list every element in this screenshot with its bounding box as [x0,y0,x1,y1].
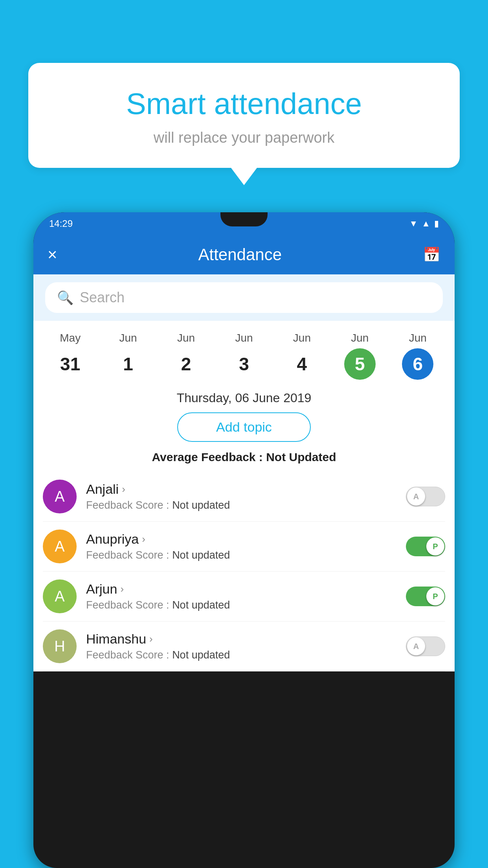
student-item[interactable]: AAnjali ›Feedback Score : Not updatedA [43,472,445,522]
calendar-day[interactable]: Jun5 [344,332,376,380]
toggle-knob: A [407,637,425,655]
chevron-icon: › [122,483,125,495]
cal-month-label: Jun [293,332,311,344]
student-info: Arjun ›Feedback Score : Not updated [86,581,396,611]
student-list: AAnjali ›Feedback Score : Not updatedAAA… [33,472,455,671]
avg-feedback-label: Average Feedback : [152,451,266,463]
cal-day-num[interactable]: 6 [402,348,433,380]
toggle-wrap[interactable]: P [406,587,445,606]
feedback-value: Not updated [172,499,230,511]
cal-day-num[interactable]: 5 [344,348,376,380]
feedback-value: Not updated [172,599,230,611]
student-feedback: Feedback Score : Not updated [86,649,396,661]
search-bar[interactable]: 🔍 Search [45,282,443,313]
attendance-toggle[interactable]: A [406,487,445,506]
calendar-day[interactable]: Jun3 [228,332,260,380]
chevron-icon: › [120,583,124,595]
cal-month-label: Jun [351,332,369,344]
student-name: Himanshu › [86,631,396,647]
close-button[interactable]: × [48,246,57,263]
cal-day-num[interactable]: 31 [55,348,86,380]
avatar: A [43,579,77,613]
app-bar-title: Attendance [198,245,282,264]
search-icon: 🔍 [57,290,73,305]
speech-bubble: Smart attendance will replace your paper… [28,63,460,168]
toggle-wrap[interactable]: A [406,487,445,506]
avatar: H [43,629,77,663]
student-name: Anupriya › [86,531,396,547]
student-item[interactable]: AAnupriya ›Feedback Score : Not updatedP [43,522,445,572]
toggle-wrap[interactable]: P [406,537,445,556]
cal-month-label: Jun [409,332,427,344]
add-topic-button[interactable]: Add topic [177,412,311,442]
calendar-icon[interactable]: 📅 [423,246,440,263]
cal-month-label: Jun [119,332,137,344]
cal-month-label: Jun [235,332,253,344]
cal-day-num[interactable]: 1 [112,348,144,380]
phone-frame: 14:29 ▼ ▲ ▮ × Attendance 📅 🔍 Search May3… [33,212,455,868]
student-item[interactable]: AArjun ›Feedback Score : Not updatedP [43,572,445,622]
calendar-day[interactable]: Jun4 [286,332,317,380]
attendance-toggle[interactable]: P [406,537,445,556]
student-name: Anjali › [86,482,396,497]
toggle-knob: A [407,487,425,506]
cal-day-num[interactable]: 4 [286,348,317,380]
student-feedback: Feedback Score : Not updated [86,599,396,611]
feedback-value: Not updated [172,549,230,561]
speech-bubble-subtitle: will replace your paperwork [52,129,436,146]
status-time: 14:29 [49,218,73,229]
toggle-wrap[interactable]: A [406,636,445,656]
cal-day-num[interactable]: 2 [171,348,202,380]
calendar-day[interactable]: Jun1 [112,332,144,380]
student-item[interactable]: HHimanshu ›Feedback Score : Not updatedA [43,622,445,671]
selected-date: Thursday, 06 June 2019 [33,380,455,412]
chevron-icon: › [149,633,153,645]
cal-month-label: May [60,332,81,344]
student-feedback: Feedback Score : Not updated [86,549,396,561]
cal-day-num[interactable]: 3 [228,348,260,380]
toggle-knob: P [426,537,444,555]
speech-bubble-title: Smart attendance [52,86,436,121]
notch [220,212,268,226]
student-feedback: Feedback Score : Not updated [86,499,396,511]
calendar-day[interactable]: May31 [55,332,86,380]
battery-icon: ▮ [434,219,439,229]
student-name: Arjun › [86,581,396,597]
search-placeholder: Search [80,289,125,306]
attendance-toggle[interactable]: A [406,636,445,656]
cal-month-label: Jun [177,332,195,344]
toggle-knob: P [426,587,444,605]
average-feedback: Average Feedback : Not Updated [33,451,455,464]
app-bar: × Attendance 📅 [33,235,455,274]
student-info: Anjali ›Feedback Score : Not updated [86,482,396,511]
student-info: Himanshu ›Feedback Score : Not updated [86,631,396,661]
student-info: Anupriya ›Feedback Score : Not updated [86,531,396,561]
signal-icon: ▲ [422,219,430,229]
search-bar-wrapper: 🔍 Search [33,274,455,321]
screen-content: 🔍 Search May31Jun1Jun2Jun3Jun4Jun5Jun6 T… [33,274,455,671]
status-icons: ▼ ▲ ▮ [409,219,439,229]
wifi-icon: ▼ [409,219,418,229]
calendar-day[interactable]: Jun6 [402,332,433,380]
status-bar: 14:29 ▼ ▲ ▮ [33,212,455,235]
avg-feedback-value: Not Updated [266,451,336,463]
avatar: A [43,480,77,513]
attendance-toggle[interactable]: P [406,587,445,606]
feedback-value: Not updated [172,649,230,661]
avatar: A [43,530,77,563]
calendar-day[interactable]: Jun2 [171,332,202,380]
calendar-row: May31Jun1Jun2Jun3Jun4Jun5Jun6 [33,321,455,380]
chevron-icon: › [142,533,145,545]
